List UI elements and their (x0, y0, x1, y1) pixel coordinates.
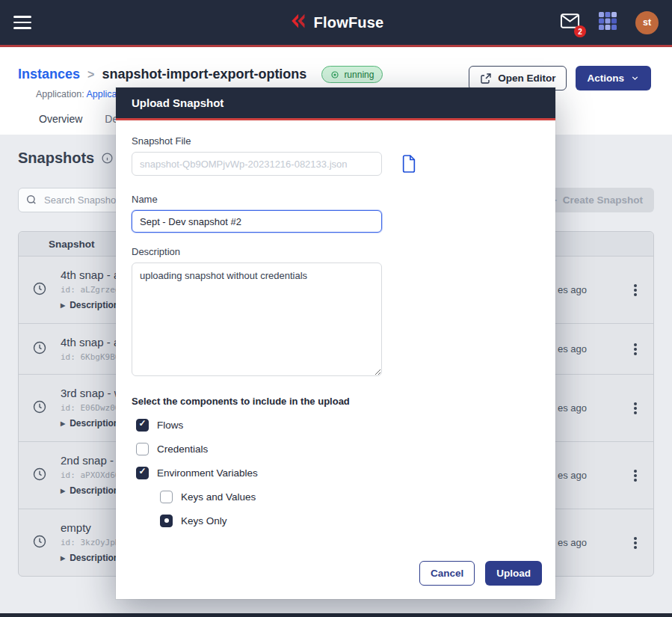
dialog-body: Snapshot File Name Description (116, 120, 555, 599)
credentials-option: Credentials (136, 437, 542, 461)
description-toggle-label: Description (70, 417, 119, 431)
credentials-checkbox[interactable] (136, 443, 149, 455)
keys-and-values-radio[interactable] (160, 491, 173, 503)
dialog-footer: Cancel Upload (132, 561, 542, 586)
devices-nav-button[interactable] (598, 11, 617, 34)
open-editor-label: Open Editor (498, 73, 555, 84)
name-input[interactable] (132, 210, 382, 233)
actions-label: Actions (587, 73, 624, 84)
kebab-menu-button[interactable] (617, 474, 653, 477)
environment-variables-label: Environment Variables (157, 467, 258, 479)
kebab-icon (634, 407, 637, 410)
kebab-menu-button[interactable] (617, 407, 653, 410)
chevron-down-icon (630, 73, 640, 83)
cpu-icon (598, 20, 617, 33)
notifications-button[interactable]: 2 (560, 13, 580, 32)
status-badge-label: running (344, 70, 374, 80)
expand-triangle-icon (61, 416, 65, 431)
table-header-snapshot: Snapshot (49, 239, 95, 250)
running-status-icon (330, 70, 339, 79)
environment-variables-option: Environment Variables (136, 461, 542, 485)
top-navbar: FlowFuse 2 (0, 0, 672, 45)
cancel-button[interactable]: Cancel (419, 561, 475, 586)
keys-and-values-label: Keys and Values (181, 491, 256, 503)
bottom-bar (0, 613, 672, 617)
upload-button[interactable]: Upload (485, 561, 542, 586)
flows-label: Flows (157, 420, 183, 431)
create-snapshot-label: Create Snapshot (563, 194, 643, 206)
flows-option: Flows (136, 413, 542, 437)
notifications-badge: 2 (574, 25, 586, 37)
environment-variables-checkbox[interactable] (136, 467, 149, 479)
brand-logo[interactable]: FlowFuse (289, 12, 384, 34)
create-snapshot-button[interactable]: Create Snapshot (538, 188, 654, 212)
description-toggle-label: Description (70, 298, 119, 313)
description-textarea[interactable]: uploading snapshot without credentials (132, 263, 382, 376)
flowfuse-logo-icon (289, 12, 307, 34)
clock-icon (32, 340, 47, 358)
screen: FlowFuse 2 (0, 0, 672, 617)
expand-triangle-icon (61, 550, 65, 565)
clock-icon (32, 281, 47, 299)
search-icon (25, 194, 37, 209)
tab-overview[interactable]: Overview (39, 113, 82, 125)
kebab-icon (634, 474, 637, 477)
application-label: Application: (36, 89, 84, 99)
description-label: Description (132, 246, 542, 257)
page-title: snapshot-import-export-options (102, 67, 306, 82)
dialog-title: Upload Snapshot (132, 96, 224, 109)
snapshot-file-input[interactable] (132, 152, 382, 176)
kebab-menu-button[interactable] (617, 289, 653, 292)
open-editor-icon (480, 73, 492, 85)
kebab-icon (634, 541, 637, 544)
components-heading: Select the components to include in the … (132, 396, 542, 407)
expand-triangle-icon (61, 483, 65, 498)
kebab-menu-button[interactable] (617, 541, 653, 544)
actions-dropdown-button[interactable]: Actions (576, 66, 651, 90)
description-toggle-label: Description (70, 551, 119, 565)
snapshot-file-label: Snapshot File (132, 135, 542, 147)
kebab-icon (634, 348, 637, 351)
brand-name: FlowFuse (314, 14, 384, 31)
section-title: Snapshots (18, 150, 94, 167)
expand-triangle-icon (61, 298, 65, 313)
credentials-label: Credentials (157, 443, 208, 455)
flows-checkbox[interactable] (136, 419, 149, 432)
keys-only-radio[interactable] (160, 515, 173, 527)
kebab-icon (634, 289, 637, 292)
breadcrumb-separator: > (87, 68, 94, 82)
description-toggle-label: Description (70, 484, 119, 498)
keys-only-option: Keys Only (160, 509, 542, 532)
clock-icon (32, 534, 47, 552)
avatar[interactable]: st (635, 11, 659, 34)
status-badge: running (321, 66, 383, 83)
name-label: Name (132, 194, 542, 205)
hamburger-menu-icon[interactable] (13, 16, 31, 29)
keys-and-values-option: Keys and Values (160, 485, 542, 509)
upload-snapshot-dialog: Upload Snapshot Snapshot File Name (116, 88, 555, 599)
dialog-header: Upload Snapshot (116, 88, 555, 120)
breadcrumb: Instances > snapshot-import-export-optio… (18, 66, 383, 83)
navbar-accent-line (0, 45, 672, 47)
kebab-menu-button[interactable] (617, 348, 653, 351)
keys-only-label: Keys Only (181, 515, 227, 527)
info-icon[interactable] (101, 152, 114, 165)
file-picker-icon[interactable] (401, 154, 417, 174)
clock-icon (32, 399, 47, 417)
breadcrumb-instances-link[interactable]: Instances (18, 67, 80, 82)
clock-icon (32, 467, 47, 485)
